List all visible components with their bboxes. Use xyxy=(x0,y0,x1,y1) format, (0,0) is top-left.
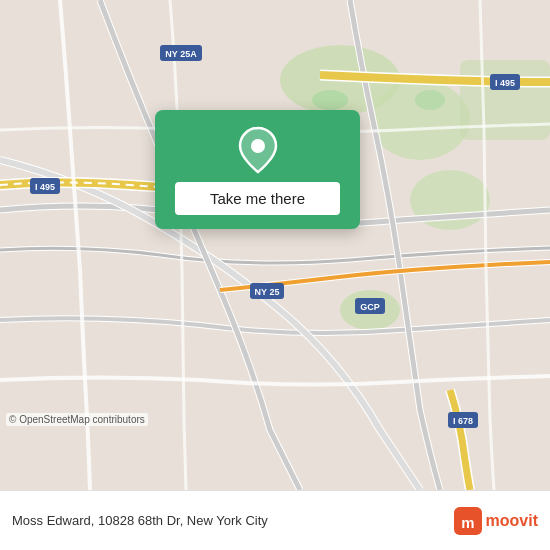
bottom-bar: Moss Edward, 10828 68th Dr, New York Cit… xyxy=(0,490,550,550)
svg-point-20 xyxy=(251,139,265,153)
moovit-logo-text: moovit xyxy=(486,512,538,530)
moovit-logo: m moovit xyxy=(454,507,538,535)
svg-point-7 xyxy=(415,90,445,110)
svg-text:I 495: I 495 xyxy=(495,78,515,88)
svg-text:GCP: GCP xyxy=(360,302,380,312)
svg-text:NY 25A: NY 25A xyxy=(165,49,197,59)
moovit-logo-icon: m xyxy=(454,507,482,535)
map-area: NY 25A I 495 I 495 NY 25 GCP I 678 © Ope… xyxy=(0,0,550,490)
take-me-there-button[interactable]: Take me there xyxy=(175,182,340,215)
address-label: Moss Edward, 10828 68th Dr, New York Cit… xyxy=(12,513,454,528)
take-me-there-overlay: Take me there xyxy=(155,110,360,229)
osm-attribution: © OpenStreetMap contributors xyxy=(6,413,148,426)
svg-text:m: m xyxy=(461,513,474,530)
svg-text:I 495: I 495 xyxy=(35,182,55,192)
svg-text:NY 25: NY 25 xyxy=(255,287,280,297)
svg-point-2 xyxy=(370,80,470,160)
svg-text:I 678: I 678 xyxy=(453,416,473,426)
svg-point-6 xyxy=(312,90,348,110)
location-pin-icon xyxy=(236,128,280,172)
